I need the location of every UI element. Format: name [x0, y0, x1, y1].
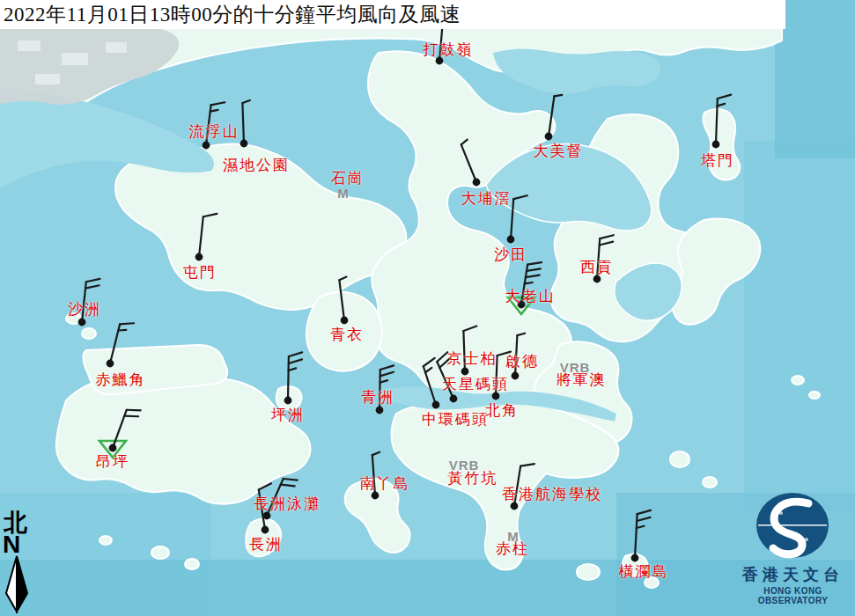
wind-barb-icon [525, 282, 533, 283]
wind-barb-icon [511, 199, 513, 239]
wind-barb-icon [463, 326, 476, 331]
wind-barb-icon [554, 95, 562, 97]
station-dot [284, 397, 292, 405]
wind-barb-icon [372, 455, 375, 495]
wind-barb-icon [380, 380, 388, 383]
wind-barb-icon [289, 359, 302, 363]
station-dot [631, 554, 639, 562]
station-沙田 [507, 195, 527, 243]
station-dot [432, 401, 440, 409]
wind-barb-icon [513, 195, 527, 199]
wind-barb-icon [718, 95, 731, 99]
station-dot [195, 253, 203, 261]
hko-name-chinese: 香港天文台 [731, 564, 855, 585]
station-大埔滘 [461, 140, 481, 187]
station-橫瀾島 [631, 510, 651, 561]
station-dot [372, 492, 380, 500]
wind-barb-icon [637, 517, 650, 521]
station-屯門 [195, 214, 217, 260]
station-dot [545, 133, 553, 141]
wind-barb-icon [242, 100, 249, 103]
wind-barb-icon [514, 466, 520, 506]
wind-barb-icon [515, 335, 517, 376]
station-中環碼頭 [424, 358, 440, 409]
wind-barb-icon [118, 330, 126, 331]
station-dot [376, 407, 384, 414]
station-流浮山 [203, 102, 225, 149]
wind-barb-icon [127, 410, 141, 411]
wind-barb-icon [496, 356, 498, 396]
station-dot [450, 395, 458, 403]
wind-barb-icon [637, 526, 645, 528]
station-大美督 [545, 95, 563, 141]
wind-barb-icon [124, 416, 138, 417]
wind-barb-icon [120, 323, 134, 324]
station-香港航海學校 [511, 464, 534, 510]
wind-barb-icon [380, 365, 394, 370]
north-compass: 北 N [2, 511, 33, 616]
wind-barb-icon [718, 104, 726, 106]
station-青洲 [376, 365, 394, 414]
station-沙洲 [78, 279, 100, 326]
wind-barb-icon [289, 352, 302, 356]
station-dot [436, 57, 444, 65]
wind-barb-icon [527, 268, 541, 271]
hko-logo-icon [731, 491, 855, 560]
station-dot [240, 140, 248, 148]
wind-barb-icon [498, 352, 511, 356]
wind-barb-icon [339, 277, 346, 281]
station-大老山 [508, 262, 542, 314]
wind-barb-icon [520, 464, 534, 466]
station-dot [461, 368, 469, 376]
wind-barb-icon [461, 140, 468, 145]
wind-barb-icon [425, 368, 431, 372]
station-dot [492, 392, 500, 400]
station-赤鱲角 [107, 323, 134, 367]
station-dot [341, 317, 349, 325]
station-dot [518, 301, 526, 309]
wind-barb-icon [289, 368, 297, 370]
wind-barb-icon [517, 334, 525, 335]
station-天星碼頭 [437, 352, 457, 402]
wind-barb-icon [600, 235, 614, 238]
wind-barb-icon [339, 280, 344, 320]
wind-barb-icon [424, 358, 435, 366]
wind-barb-icon [199, 216, 203, 257]
station-西貢 [593, 235, 614, 282]
station-dot [511, 502, 519, 510]
station-dot [473, 179, 481, 187]
station-dot [507, 236, 515, 244]
hko-name-english: HONG KONG OBSERVATORY [731, 586, 855, 605]
north-arrow-icon [3, 555, 31, 613]
station-dot [262, 526, 269, 534]
compass-n-label: N [3, 534, 33, 555]
wind-barb-icon [211, 102, 225, 105]
wind-barb-icon [463, 331, 465, 371]
station-北角 [492, 352, 511, 400]
wind-barb-icon [85, 285, 100, 288]
wind-barb-icon [281, 485, 295, 487]
wind-barb-icon [203, 214, 217, 216]
wind-map-page: 打鼓嶺流浮山濕地公園石崗M大美督大埔滘塔門屯門沙洲赤鱲角青衣沙田西貢大老山京士柏… [0, 0, 855, 616]
wind-barb-icon [242, 103, 244, 143]
wind-barb-layer [0, 0, 855, 616]
station-昂坪 [100, 410, 141, 458]
station-京士柏 [461, 326, 477, 376]
station-dot [109, 444, 117, 452]
wind-barb-icon [372, 452, 380, 455]
station-青衣 [339, 277, 348, 325]
wind-barb-icon [527, 262, 542, 265]
station-dot [107, 360, 114, 368]
wind-barb-icon [437, 352, 447, 362]
wind-barb-icon [380, 372, 394, 377]
wind-barb-icon [526, 275, 540, 278]
station-dot [593, 275, 601, 283]
wind-barb-icon [638, 510, 651, 514]
wind-barb-icon [284, 479, 298, 480]
wind-barb-icon [549, 96, 554, 136]
wind-barb-icon [600, 242, 614, 246]
station-dot [78, 319, 86, 326]
station-dot [712, 141, 720, 149]
title-bar: 2022年11月01日13時00分的十分鐘平均風向及風速 [0, 0, 785, 29]
wind-barb-icon [259, 490, 265, 530]
